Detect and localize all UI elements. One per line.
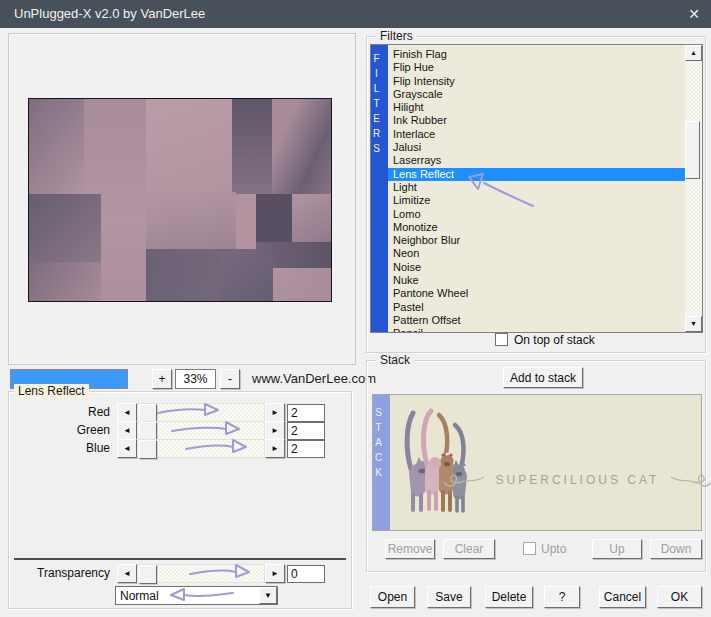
website-link[interactable]: www.VanDerLee.com xyxy=(252,371,376,386)
filter-list-item[interactable]: Finish Flag xyxy=(388,48,685,61)
green-slider-row: Green ◄ ► xyxy=(8,421,346,440)
filter-list-item[interactable]: Flip Intensity xyxy=(388,75,685,88)
preview-shape xyxy=(146,99,232,192)
ok-button[interactable]: OK xyxy=(657,586,702,608)
preview-shape xyxy=(292,194,332,242)
transparency-increment-button[interactable]: ► xyxy=(265,564,285,583)
scroll-down-icon[interactable]: ▼ xyxy=(685,316,702,332)
open-button[interactable]: Open xyxy=(370,586,415,608)
stack-group-label: Stack xyxy=(376,353,414,367)
filter-list-item[interactable]: Neon xyxy=(388,247,685,260)
filter-list-item[interactable]: Light xyxy=(388,181,685,194)
blend-mode-dropdown[interactable]: Normal ▼ xyxy=(115,586,278,605)
filter-list-item[interactable]: Pantone Wheel xyxy=(388,287,685,300)
left-arrow-icon: ◄ xyxy=(123,426,131,435)
scroll-up-icon[interactable]: ▲ xyxy=(685,45,702,61)
stack-item-caption-row: SUPERCILIOUS CAT xyxy=(458,469,697,491)
blue-slider-track[interactable] xyxy=(137,439,265,458)
green-slider-track[interactable] xyxy=(137,421,265,440)
clear-button[interactable]: Clear xyxy=(443,539,495,559)
titlebar[interactable]: UnPlugged-X v2.0 by VanDerLee ✕ xyxy=(0,0,711,28)
stack-item[interactable]: SUPERCILIOUS CAT xyxy=(390,395,701,530)
filter-list-item[interactable]: Nuke xyxy=(388,274,685,287)
filter-listbox: FILTERS Finish Flag Flip Hue Flip Intens… xyxy=(370,44,703,333)
right-arrow-icon: ► xyxy=(271,426,279,435)
blue-decrement-button[interactable]: ◄ xyxy=(117,439,137,458)
flourish-icon xyxy=(669,469,711,491)
filter-list-item[interactable]: Pastel xyxy=(388,301,685,314)
chevron-down-icon[interactable]: ▼ xyxy=(259,587,277,604)
cancel-button[interactable]: Cancel xyxy=(599,586,646,608)
down-button[interactable]: Down xyxy=(650,539,702,559)
on-top-of-stack-checkbox[interactable] xyxy=(495,333,508,346)
red-decrement-button[interactable]: ◄ xyxy=(117,403,137,422)
filter-list-item[interactable]: Jalusi xyxy=(388,141,685,154)
upto-label: Upto xyxy=(541,542,566,556)
preview-panel xyxy=(8,33,356,365)
close-icon[interactable]: ✕ xyxy=(677,0,711,28)
scrollbar-thumb[interactable] xyxy=(685,121,700,179)
filter-list-item[interactable]: Grayscale xyxy=(388,88,685,101)
unplugged-x-dialog: UnPlugged-X v2.0 by VanDerLee ✕ + 33% - … xyxy=(0,0,711,617)
filter-list-item[interactable]: Limitize xyxy=(388,194,685,207)
filters-group-label: Filters xyxy=(376,29,417,43)
stack-item-caption: SUPERCILIOUS CAT xyxy=(496,473,660,487)
red-slider-row: Red ◄ ► xyxy=(8,403,346,422)
upto-checkbox[interactable] xyxy=(523,542,536,555)
filter-list-item[interactable]: Noise xyxy=(388,261,685,274)
stack-list: STACK xyxy=(372,394,702,531)
preview-shape xyxy=(272,268,332,302)
transparency-label: Transparency xyxy=(8,566,110,580)
remove-button[interactable]: Remove xyxy=(385,539,435,559)
filter-list-item[interactable]: Monotize xyxy=(388,221,685,234)
preview-shape xyxy=(146,192,236,252)
delete-button[interactable]: Delete xyxy=(485,586,533,608)
filter-list-item[interactable]: Pencil xyxy=(388,327,685,332)
transparency-decrement-button[interactable]: ◄ xyxy=(117,564,137,583)
stack-strip: STACK xyxy=(373,395,390,530)
lens-reflect-group-label: Lens Reflect xyxy=(14,384,89,398)
right-arrow-icon: ► xyxy=(271,569,279,578)
blue-increment-button[interactable]: ► xyxy=(265,439,285,458)
green-value-input[interactable] xyxy=(287,422,325,440)
blue-value-input[interactable] xyxy=(287,440,325,458)
zoom-out-button[interactable]: - xyxy=(220,369,240,389)
preview-shape xyxy=(219,254,273,302)
transparency-slider-track[interactable] xyxy=(137,564,265,583)
zoom-in-button[interactable]: + xyxy=(152,369,172,389)
help-button[interactable]: ? xyxy=(544,586,580,608)
filter-list-item[interactable]: Lomo xyxy=(388,208,685,221)
filter-list-item[interactable]: Interlace xyxy=(388,128,685,141)
add-to-stack-button[interactable]: Add to stack xyxy=(503,367,583,388)
filter-list-item[interactable]: Neighbor Blur xyxy=(388,234,685,247)
left-arrow-icon: ◄ xyxy=(123,444,131,453)
transparency-slider-thumb[interactable] xyxy=(139,565,157,584)
preview-image[interactable] xyxy=(28,98,332,302)
filter-list-item[interactable]: Hilight xyxy=(388,101,685,114)
transparency-value-input[interactable] xyxy=(287,565,325,583)
filter-list-item[interactable]: Flip Hue xyxy=(388,61,685,74)
red-value-input[interactable] xyxy=(287,404,325,422)
preview-shape xyxy=(256,194,292,242)
green-increment-button[interactable]: ► xyxy=(265,421,285,440)
filter-list[interactable]: Finish Flag Flip Hue Flip Intensity Gray… xyxy=(388,45,685,332)
filter-list-item-selected[interactable]: Lens Reflect xyxy=(388,168,685,181)
up-button[interactable]: Up xyxy=(592,539,642,559)
section-divider xyxy=(14,558,346,560)
blue-slider-row: Blue ◄ ► xyxy=(8,439,346,458)
filter-list-item[interactable]: Ink Rubber xyxy=(388,114,685,127)
filter-list-item[interactable]: Laserrays xyxy=(388,154,685,167)
blue-slider-thumb[interactable] xyxy=(139,440,157,459)
on-top-of-stack-label: On top of stack xyxy=(514,333,595,347)
filter-list-scrollbar[interactable]: ▲ ▼ xyxy=(685,45,702,332)
save-button[interactable]: Save xyxy=(427,586,471,608)
preview-shape xyxy=(232,99,272,194)
right-arrow-icon: ► xyxy=(271,444,279,453)
filter-list-item[interactable]: Pattern Offset xyxy=(388,314,685,327)
red-slider-track[interactable] xyxy=(137,403,265,422)
green-decrement-button[interactable]: ◄ xyxy=(117,421,137,440)
scrollbar-track[interactable] xyxy=(685,61,702,316)
transparency-slider-row: Transparency ◄ ► xyxy=(8,564,346,583)
preview-shape xyxy=(29,262,101,302)
red-increment-button[interactable]: ► xyxy=(265,403,285,422)
